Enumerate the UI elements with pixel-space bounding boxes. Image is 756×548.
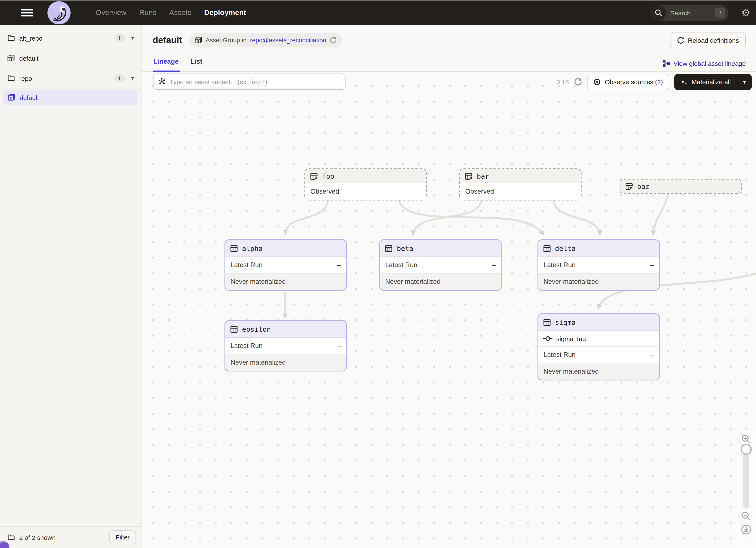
asset-stat-row: Latest Run– — [225, 257, 346, 273]
asset-check-label: sigma_tau — [556, 335, 586, 342]
asset-node-foo[interactable]: fooObserved– — [304, 169, 427, 201]
sidebar-list: alt_repo1▼defaultrepo1▼default — [0, 25, 141, 105]
lineage-graph-icon — [662, 59, 670, 67]
zoom-slider-handle[interactable] — [741, 444, 752, 455]
asset-node-header: baz — [620, 180, 741, 193]
asset-node-header: delta — [538, 240, 659, 257]
sidebar-item-label: default — [20, 94, 133, 101]
tab-list[interactable]: List — [190, 54, 203, 72]
asset-table-icon — [543, 244, 551, 253]
graph-toolbar-right: 0:18 Observe sources (2) — [556, 74, 752, 90]
caret-down-icon[interactable]: ▼ — [130, 75, 135, 81]
zoom-in-icon[interactable] — [741, 434, 751, 444]
count-badge: 1 — [114, 34, 125, 42]
page-title: default — [153, 35, 182, 45]
observe-sources-button[interactable]: Observe sources (2) — [587, 74, 669, 90]
nav-item-runs[interactable]: Runs — [139, 9, 156, 17]
sidebar-item-label: alt_repo — [19, 34, 110, 42]
stat-label: Latest Run — [543, 351, 576, 359]
search-input[interactable]: Search... / — [651, 5, 728, 21]
asset-table-icon — [385, 244, 393, 253]
asset-check-row[interactable]: sigma_tau — [538, 331, 659, 347]
asset-group-icon — [7, 54, 15, 62]
asset-name: beta — [397, 244, 413, 253]
main-nav: OverviewRunsAssetsDeployment — [96, 9, 246, 17]
asset-node-baz[interactable]: baz — [620, 179, 742, 194]
asset-node-header: foo — [305, 169, 426, 183]
asset-node-delta[interactable]: deltaLatest Run–Never materialized — [537, 240, 660, 291]
source-asset-icon — [625, 182, 633, 191]
asset-group-icon — [195, 36, 202, 44]
search-shortcut-badge: / — [715, 8, 725, 18]
stat-label: Latest Run — [230, 342, 263, 350]
asset-name: sigma — [555, 318, 576, 326]
shown-count-label: 2 of 2 shown — [19, 534, 56, 541]
materialize-options-button[interactable]: ▼ — [737, 74, 752, 90]
folder-icon — [7, 533, 15, 541]
stat-label: Observed — [465, 188, 494, 195]
nav-item-overview[interactable]: Overview — [96, 9, 126, 17]
asset-node-header: bar — [460, 169, 581, 183]
asset-table-icon — [230, 244, 238, 253]
asset-name: baz — [637, 182, 650, 191]
asset-node-sigma[interactable]: sigmasigma_tauLatest Run–Never materiali… — [537, 313, 660, 380]
count-badge: 1 — [114, 74, 125, 82]
settings-gear-icon[interactable]: ⚙ — [741, 8, 750, 18]
stat-value: – — [417, 188, 421, 195]
reload-definitions-button[interactable]: Reload definitions — [670, 32, 746, 48]
nav-item-deployment[interactable]: Deployment — [204, 9, 246, 17]
search-icon — [651, 5, 666, 21]
asset-group-pill: Asset Group in repo@assets_reconciliatio… — [189, 33, 342, 47]
materialize-split-button: Materialize all ▼ — [675, 74, 752, 90]
lineage-edge-baz-to-delta — [653, 195, 667, 235]
dagster-logo-icon[interactable] — [47, 1, 71, 25]
asset-node-header: beta — [380, 240, 501, 257]
materialization-status: Never materialized — [538, 363, 659, 379]
search-placeholder: Search... — [670, 9, 715, 16]
folder-icon — [7, 74, 15, 82]
asset-table-icon — [230, 325, 238, 333]
stat-label: Latest Run — [543, 261, 576, 269]
stat-label: Observed — [310, 188, 339, 195]
asset-stat-row: Latest Run– — [380, 257, 501, 273]
lineage-edge-bar-to-delta — [553, 200, 600, 235]
lineage-edge-foo-to-alpha — [286, 200, 328, 234]
materialization-status: Never materialized — [225, 354, 346, 370]
stat-value: – — [650, 351, 654, 359]
asset-subset-input[interactable] — [153, 74, 346, 90]
asset-stat-row: Observed– — [305, 183, 426, 200]
asset-node-bar[interactable]: barObserved– — [459, 169, 582, 201]
materialize-all-button[interactable]: Materialize all — [675, 74, 737, 90]
materialization-status: Never materialized — [380, 273, 501, 290]
sidebar-item-alt_repo[interactable]: alt_repo1▼ — [0, 28, 141, 48]
download-graph-icon[interactable] — [741, 524, 751, 535]
asset-node-epsilon[interactable]: epsilonLatest Run–Never materialized — [224, 320, 347, 371]
filter-button[interactable]: Filter — [109, 530, 136, 544]
tab-lineage[interactable]: Lineage — [153, 54, 179, 72]
sidebar-item-repo[interactable]: repo1▼ — [0, 68, 141, 89]
asset-name: delta — [555, 244, 576, 253]
source-asset-icon — [465, 172, 473, 180]
sidebar: alt_repo1▼defaultrepo1▼default 2 of 2 sh… — [0, 25, 142, 548]
topbar: OverviewRunsAssetsDeployment Search... /… — [0, 0, 756, 25]
zoom-out-icon[interactable] — [741, 511, 751, 521]
sidebar-item-default-selected[interactable]: default — [3, 90, 138, 105]
asset-node-header: epsilon — [225, 321, 346, 338]
sidebar-item-label: default — [19, 55, 135, 62]
nav-item-assets[interactable]: Assets — [169, 9, 191, 17]
asset-name: bar — [477, 172, 489, 180]
hamburger-menu-icon[interactable] — [20, 8, 34, 18]
refresh-icon[interactable] — [574, 78, 582, 86]
repo-link[interactable]: repo@assets_reconciliation — [250, 37, 326, 44]
caret-down-icon[interactable]: ▼ — [130, 35, 135, 41]
asset-node-alpha[interactable]: alphaLatest Run–Never materialized — [224, 240, 347, 291]
tabs-row: Lineage List View global asset lineage — [142, 54, 756, 72]
asset-node-beta[interactable]: betaLatest Run–Never materialized — [379, 240, 502, 291]
view-global-asset-lineage-link[interactable]: View global asset lineage — [662, 59, 746, 71]
zoom-slider-track[interactable] — [743, 449, 749, 509]
open-repo-icon[interactable] — [330, 37, 337, 44]
sidebar-item-default[interactable]: default — [0, 48, 141, 68]
lineage-graph[interactable]: fooObserved–barObserved–bazalphaLatest R… — [142, 72, 756, 548]
refresh-timer: 0:18 — [556, 78, 569, 86]
lineage-edge-foo-to-delta — [398, 200, 543, 235]
